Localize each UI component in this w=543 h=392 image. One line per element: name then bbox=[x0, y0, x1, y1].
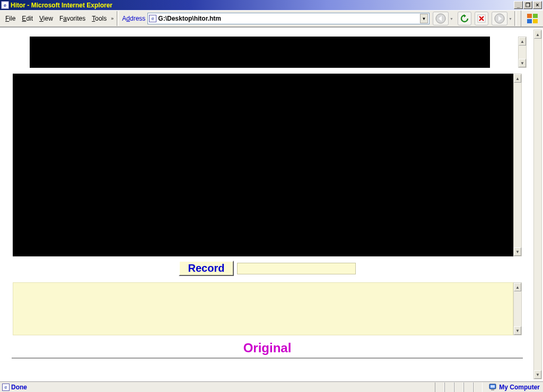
svg-rect-3 bbox=[527, 14, 532, 18]
svg-rect-5 bbox=[527, 19, 532, 23]
forward-icon bbox=[494, 13, 505, 24]
close-button[interactable]: × bbox=[533, 1, 542, 9]
scroll-up-icon[interactable]: ▲ bbox=[534, 30, 541, 39]
status-cell bbox=[444, 382, 454, 392]
refresh-icon bbox=[460, 14, 469, 23]
scroll-up-icon[interactable]: ▲ bbox=[514, 74, 521, 83]
status-cell bbox=[454, 382, 463, 392]
horizontal-rule bbox=[12, 358, 523, 359]
toolbar-separator bbox=[117, 11, 119, 26]
menu-edit[interactable]: Edit bbox=[19, 14, 36, 23]
page-icon: e bbox=[149, 15, 156, 22]
scroll-down-icon[interactable]: ▼ bbox=[534, 370, 541, 379]
minimize-button[interactable]: _ bbox=[514, 1, 523, 9]
status-text: Done bbox=[11, 384, 27, 391]
panel-1-scrollbar[interactable]: ▲ ▼ bbox=[518, 37, 527, 68]
status-cell bbox=[435, 382, 444, 392]
back-dropdown-icon[interactable]: ▼ bbox=[449, 12, 454, 25]
svg-rect-9 bbox=[491, 389, 494, 390]
toolbar: File Edit View Favorites Tools » Address… bbox=[0, 10, 543, 27]
back-icon bbox=[435, 13, 446, 24]
log-panel[interactable] bbox=[13, 282, 513, 335]
record-input[interactable] bbox=[237, 263, 356, 274]
forward-dropdown-icon[interactable]: ▼ bbox=[507, 12, 513, 25]
toolbar-separator-2 bbox=[514, 11, 516, 26]
menu-tools[interactable]: Tools bbox=[89, 14, 110, 23]
refresh-button[interactable] bbox=[458, 12, 471, 25]
stop-icon bbox=[477, 14, 486, 23]
menu-file[interactable]: File bbox=[2, 14, 19, 23]
address-text[interactable]: G:\Desktop\hitor.htm bbox=[158, 15, 419, 22]
address-dropdown-icon[interactable]: ▼ bbox=[420, 14, 428, 23]
svg-rect-4 bbox=[533, 14, 538, 18]
original-heading: Original bbox=[2, 341, 533, 355]
record-row: Record bbox=[2, 261, 533, 276]
menu-overflow-icon[interactable]: » bbox=[110, 16, 116, 21]
svg-rect-8 bbox=[491, 385, 495, 388]
scroll-down-icon[interactable]: ▼ bbox=[514, 326, 521, 335]
svg-rect-6 bbox=[533, 19, 538, 23]
scroll-up-icon[interactable]: ▲ bbox=[514, 283, 521, 291]
window-title: Hitor - Microsoft Internet Explorer bbox=[11, 2, 112, 9]
scroll-down-icon[interactable]: ▼ bbox=[519, 59, 526, 67]
status-cell bbox=[463, 382, 473, 392]
scroll-up-icon[interactable]: ▲ bbox=[519, 37, 526, 46]
display-panel-1 bbox=[30, 37, 490, 68]
status-cells bbox=[435, 382, 483, 392]
log-scrollbar[interactable]: ▲ ▼ bbox=[513, 282, 522, 335]
security-zone[interactable]: My Computer bbox=[489, 383, 543, 391]
address-bar[interactable]: e G:\Desktop\hitor.htm ▼ bbox=[147, 13, 430, 24]
menu-view[interactable]: View bbox=[36, 14, 56, 23]
throbber bbox=[521, 11, 541, 26]
windows-flag-icon bbox=[526, 13, 540, 24]
status-bar: e Done My Computer bbox=[0, 381, 543, 392]
status-cell bbox=[473, 382, 483, 392]
stop-button[interactable] bbox=[475, 12, 488, 25]
main-vertical-scrollbar[interactable]: ▲ ▼ bbox=[533, 30, 542, 379]
panel-2-scrollbar[interactable]: ▲ ▼ bbox=[513, 74, 522, 256]
ie-page-icon: e bbox=[1, 1, 9, 9]
back-button[interactable] bbox=[433, 12, 449, 25]
scroll-down-icon[interactable]: ▼ bbox=[514, 247, 521, 256]
my-computer-icon bbox=[489, 383, 497, 391]
title-bar: e Hitor - Microsoft Internet Explorer _ … bbox=[0, 0, 543, 10]
display-panel-2 bbox=[13, 74, 513, 256]
record-button[interactable]: Record bbox=[179, 261, 234, 276]
page-body: ▲ ▼ ▲ ▼ Record ▲ ▼ Original bbox=[2, 30, 533, 379]
address-label: Address bbox=[120, 15, 147, 22]
forward-button[interactable] bbox=[492, 12, 507, 25]
zone-label: My Computer bbox=[499, 384, 540, 391]
content-viewport: ▲ ▼ ▲ ▼ Record ▲ ▼ Original ▲ ▼ bbox=[0, 27, 543, 381]
restore-button[interactable]: ❐ bbox=[523, 1, 532, 9]
menu-favorites[interactable]: Favorites bbox=[56, 14, 89, 23]
page-icon: e bbox=[2, 384, 10, 391]
